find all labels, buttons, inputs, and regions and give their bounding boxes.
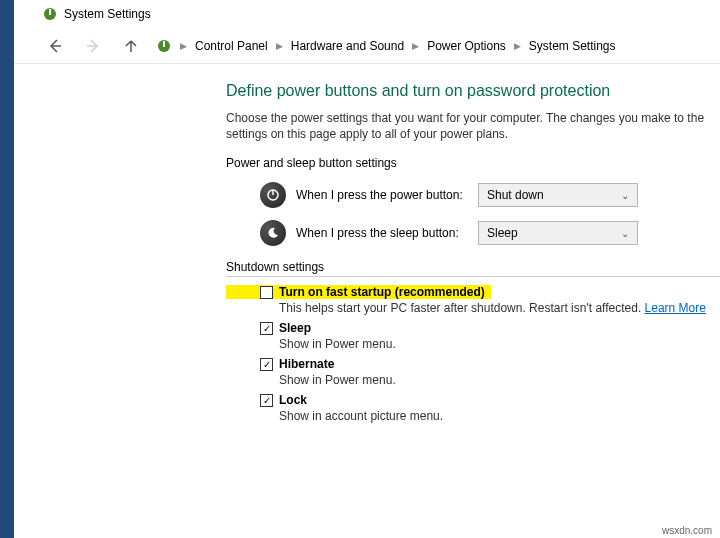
power-button-value: Shut down (487, 188, 544, 202)
window-edge (0, 0, 14, 538)
fast-startup-sub: This helps start your PC faster after sh… (279, 301, 720, 315)
power-options-icon (156, 38, 172, 54)
section-power-sleep: Power and sleep button settings (226, 156, 720, 170)
forward-button[interactable] (80, 33, 106, 59)
breadcrumb-item[interactable]: Control Panel (195, 39, 268, 53)
chevron-right-icon: ▶ (412, 41, 419, 51)
sleep-sub: Show in Power menu. (279, 337, 720, 351)
power-button-label: When I press the power button: (296, 188, 468, 202)
chevron-right-icon: ▶ (514, 41, 521, 51)
sleep-row: ✓ Sleep (226, 321, 720, 335)
page-heading: Define power buttons and turn on passwor… (226, 82, 720, 100)
svg-rect-1 (49, 9, 51, 15)
titlebar: System Settings (14, 0, 720, 28)
power-options-icon (42, 6, 58, 22)
back-button[interactable] (42, 33, 68, 59)
breadcrumb-item[interactable]: Power Options (427, 39, 506, 53)
hibernate-label: Hibernate (279, 357, 334, 371)
chevron-down-icon: ⌄ (621, 190, 629, 201)
sleep-label: Sleep (279, 321, 311, 335)
up-button[interactable] (118, 33, 144, 59)
sleep-button-row: When I press the sleep button: Sleep ⌄ (260, 220, 720, 246)
hibernate-checkbox[interactable]: ✓ (260, 358, 273, 371)
fast-startup-label: Turn on fast startup (recommended) (279, 285, 485, 299)
power-icon (260, 182, 286, 208)
chevron-right-icon: ▶ (180, 41, 187, 51)
hibernate-sub: Show in Power menu. (279, 373, 720, 387)
power-button-row: When I press the power button: Shut down… (260, 182, 720, 208)
breadcrumb-item[interactable]: System Settings (529, 39, 616, 53)
watermark: wsxdn.com (662, 525, 712, 536)
power-button-select[interactable]: Shut down ⌄ (478, 183, 638, 207)
content-pane: Define power buttons and turn on passwor… (14, 64, 720, 522)
sleep-checkbox[interactable]: ✓ (260, 322, 273, 335)
svg-rect-3 (163, 41, 165, 47)
sleep-icon (260, 220, 286, 246)
lock-label: Lock (279, 393, 307, 407)
breadcrumb[interactable]: ▶ Control Panel ▶ Hardware and Sound ▶ P… (156, 38, 616, 54)
page-description: Choose the power settings that you want … (226, 110, 720, 142)
fast-startup-checkbox[interactable] (260, 286, 273, 299)
sleep-button-value: Sleep (487, 226, 518, 240)
chevron-down-icon: ⌄ (621, 228, 629, 239)
sleep-button-select[interactable]: Sleep ⌄ (478, 221, 638, 245)
lock-checkbox[interactable]: ✓ (260, 394, 273, 407)
fast-startup-row: Turn on fast startup (recommended) (226, 285, 491, 299)
sleep-button-label: When I press the sleep button: (296, 226, 468, 240)
window-title: System Settings (64, 7, 151, 21)
hibernate-row: ✓ Hibernate (226, 357, 720, 371)
section-shutdown: Shutdown settings (226, 260, 720, 277)
learn-more-link[interactable]: Learn More (645, 301, 706, 315)
chevron-right-icon: ▶ (276, 41, 283, 51)
navbar: ▶ Control Panel ▶ Hardware and Sound ▶ P… (14, 28, 720, 64)
lock-row: ✓ Lock (226, 393, 720, 407)
breadcrumb-item[interactable]: Hardware and Sound (291, 39, 404, 53)
lock-sub: Show in account picture menu. (279, 409, 720, 423)
